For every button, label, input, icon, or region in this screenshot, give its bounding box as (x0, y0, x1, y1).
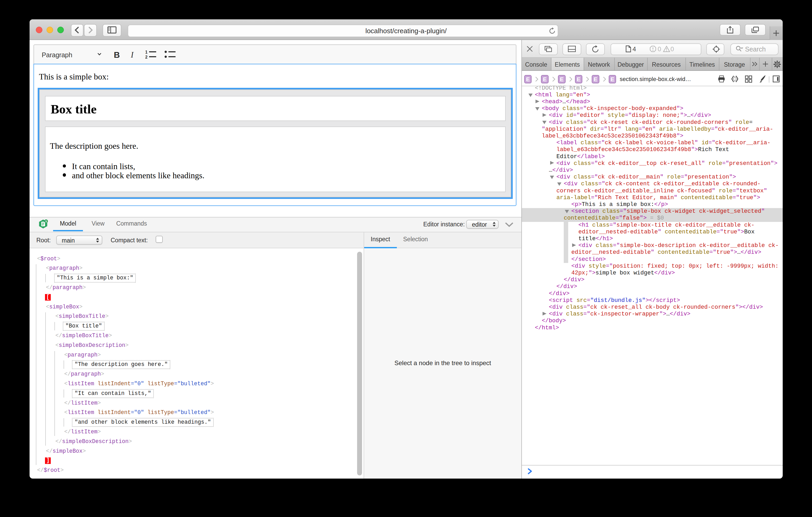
svg-text:1: 1 (145, 50, 148, 54)
svg-text:2: 2 (145, 55, 148, 59)
svg-text:5: 5 (45, 220, 47, 223)
